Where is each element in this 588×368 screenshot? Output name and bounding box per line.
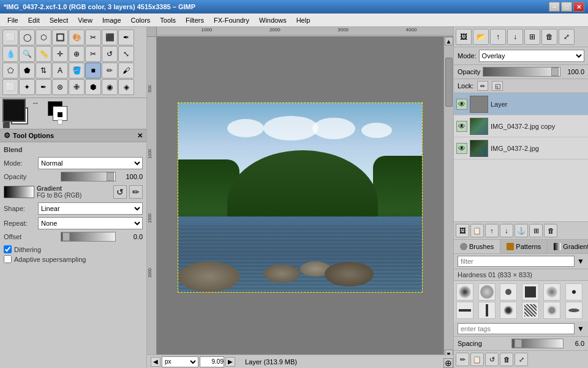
tool-blend[interactable]: ■ [85, 63, 101, 79]
menu-windows[interactable]: Windows [254, 15, 292, 25]
tool-scale[interactable]: ⤡ [118, 46, 134, 62]
tool-foreground-select[interactable]: ⬛ [102, 29, 118, 45]
tool-options-close[interactable]: ✕ [137, 132, 143, 140]
tool-zoom[interactable]: 🔍 [19, 46, 35, 62]
tool-ellipse-select[interactable]: ◯ [19, 29, 35, 45]
adaptive-checkbox[interactable] [4, 255, 12, 263]
scroll-up-button[interactable]: ▲ [445, 37, 453, 45]
tool-paths[interactable]: ✒ [118, 29, 134, 45]
brush-cell[interactable] [543, 283, 560, 301]
zoom-unit-select[interactable]: px % [162, 356, 198, 367]
menu-filters[interactable]: Filters [181, 15, 209, 25]
delete-layer-btn[interactable]: 🗑 [544, 224, 557, 237]
brushes-expand-btn[interactable]: ⤢ [514, 353, 528, 366]
tool-measure[interactable]: 📏 [36, 46, 51, 62]
tool-shear[interactable]: ⬠ [2, 63, 18, 79]
tool-free-select[interactable]: ⬡ [36, 29, 51, 45]
duplicate-brush-btn[interactable]: 📋 [470, 353, 484, 366]
vertical-scrollbar[interactable]: ▲ ▼ [443, 37, 453, 358]
menu-image[interactable]: Image [97, 15, 126, 25]
new-layer-btn[interactable]: 🖼 [456, 224, 469, 237]
menu-fxfoundry[interactable]: FX-Foundry [209, 15, 254, 25]
lower-btn[interactable]: ↓ [507, 29, 523, 45]
anchor-layer-btn[interactable]: ⚓ [514, 224, 528, 237]
raise-layer-btn[interactable]: ↑ [485, 224, 499, 237]
refresh-brushes-btn[interactable]: ↺ [485, 353, 499, 366]
canvas-viewport[interactable] [157, 37, 443, 358]
spacing-slider[interactable] [511, 339, 564, 348]
mode-select[interactable]: Normal Multiply Screen [38, 157, 143, 169]
delete-brush-btn[interactable]: 🗑 [500, 353, 513, 366]
tool-sharpen[interactable]: ◈ [118, 79, 134, 95]
tags-dropdown[interactable]: ▼ [577, 324, 584, 333]
foreground-color[interactable] [2, 99, 26, 122]
brush-cell[interactable] [522, 283, 539, 301]
tool-flip[interactable]: ⇅ [36, 63, 51, 79]
opacity-slider[interactable] [61, 172, 116, 182]
layer-visibility-btn[interactable]: 👁 [456, 99, 467, 110]
menu-select[interactable]: Select [45, 15, 74, 25]
menu-view[interactable]: View [73, 15, 97, 25]
tool-align[interactable]: ⊕ [69, 46, 85, 62]
brush-cell[interactable] [565, 302, 582, 319]
swap-colors[interactable]: ↔ [32, 99, 39, 107]
tool-rect-select[interactable]: ⬜ [2, 29, 18, 45]
tool-rotate[interactable]: ↺ [102, 46, 118, 62]
menu-help[interactable]: Help [292, 15, 315, 25]
tool-eraser[interactable]: ⬜ [2, 79, 18, 95]
tool-text[interactable]: A [52, 63, 68, 79]
tool-bucket-fill[interactable]: 🪣 [69, 63, 85, 79]
zoom-value-input[interactable] [200, 356, 224, 367]
layers-opacity-slider[interactable] [483, 67, 560, 77]
maximize-button[interactable]: □ [561, 2, 572, 12]
layer-visibility-btn[interactable]: 👁 [456, 121, 467, 132]
tool-perspective[interactable]: ⬟ [19, 63, 35, 79]
tool-blur[interactable]: ◉ [102, 79, 118, 95]
brush-cell[interactable] [565, 283, 582, 301]
new-image-btn[interactable]: 🖼 [456, 29, 472, 45]
delete-btn[interactable]: 🗑 [541, 29, 557, 45]
tool-heal[interactable]: ✙ [69, 79, 85, 95]
tool-select-by-color[interactable]: 🎨 [69, 29, 85, 45]
lock-pixels-btn[interactable]: ✏ [477, 81, 488, 91]
menu-tools[interactable]: Tools [155, 15, 181, 25]
close-button[interactable]: ✕ [573, 2, 584, 12]
zoom-in-status[interactable]: ▶ [225, 357, 235, 367]
tool-ink[interactable]: ✒ [36, 79, 51, 95]
layer-item[interactable]: 👁 IMG_0437-2.jpg copy [454, 115, 588, 137]
brush-cell[interactable] [543, 302, 560, 319]
brush-cell[interactable] [456, 283, 473, 301]
patterns-tab[interactable]: Patterns [500, 240, 548, 253]
brush-cell[interactable] [500, 283, 517, 301]
brush-cell[interactable] [500, 302, 517, 319]
tool-clone[interactable]: ⊛ [52, 79, 68, 95]
shape-select[interactable]: Linear Radial Square [38, 202, 143, 215]
tool-color-picker[interactable]: 💧 [2, 46, 18, 62]
brush-filter-input[interactable] [458, 256, 575, 267]
menu-colors[interactable]: Colors [126, 15, 156, 25]
layer-visibility-btn[interactable]: 👁 [456, 143, 467, 154]
layer-from-sel-btn[interactable]: 📋 [470, 224, 484, 237]
brushes-tab[interactable]: Brushes [454, 240, 500, 253]
lower-layer-btn[interactable]: ↓ [500, 224, 513, 237]
zoom-fit-button[interactable]: ⊕ [443, 358, 453, 368]
gradients-tab[interactable]: Gradients [548, 240, 588, 253]
merge-layers-btn[interactable]: ⊞ [529, 224, 543, 237]
brush-cell[interactable] [478, 302, 496, 319]
open-image-btn[interactable]: 📂 [473, 29, 489, 45]
gradient-edit-btn[interactable]: ↺ [113, 185, 127, 199]
menu-edit[interactable]: Edit [23, 15, 45, 25]
tool-scissors[interactable]: ✂ [85, 29, 101, 45]
layer-item[interactable]: 👁 IMG_0437-2.jpg [454, 137, 588, 159]
new-brush-btn[interactable]: ✏ [456, 353, 469, 366]
minimize-button[interactable]: – [549, 2, 560, 12]
brush-filter-dropdown[interactable]: ▼ [577, 257, 584, 266]
tool-perspective-clone[interactable]: ⬢ [85, 79, 101, 95]
tool-paintbrush[interactable]: 🖌 [118, 63, 134, 79]
tool-pencil[interactable]: ✏ [102, 63, 118, 79]
reset-colors[interactable]: ⬛ [2, 121, 10, 128]
layer-item[interactable]: 👁 Layer [454, 93, 588, 115]
tool-crop[interactable]: ✂ [85, 46, 101, 62]
dithering-checkbox[interactable] [4, 245, 12, 253]
tool-airbrush[interactable]: ✦ [19, 79, 35, 95]
